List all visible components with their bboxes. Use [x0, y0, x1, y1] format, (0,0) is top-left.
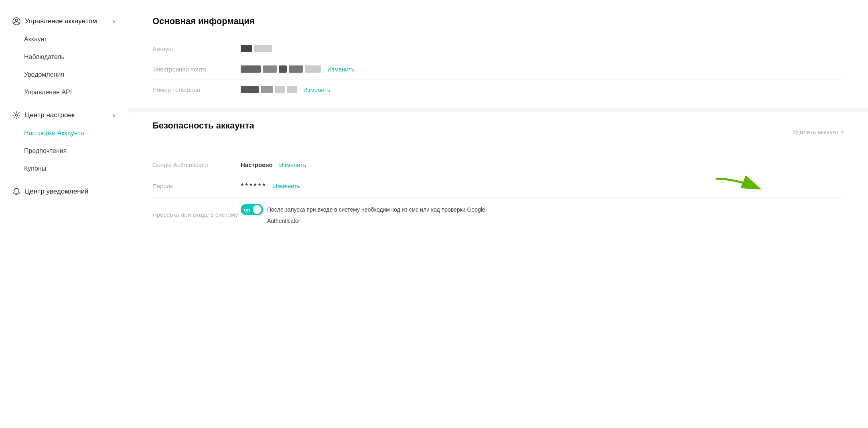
basic-info-section: Основная информация Аккаунт Электронная …: [152, 16, 844, 100]
sidebar-item-notifications[interactable]: Уведомления: [0, 66, 128, 84]
account-label: Аккаунт: [152, 45, 241, 52]
account-value: [241, 45, 844, 52]
settings-center-label: Центр настроек: [25, 111, 75, 119]
sidebar-notifications-center[interactable]: Центр уведомлений: [0, 182, 128, 201]
phone-label: Номер телефона: [152, 86, 241, 93]
blur-e1: [241, 65, 261, 73]
security-header-row: Безопасность аккаунта Удалить аккаунт >: [152, 120, 844, 143]
email-label: Электронная почта: [152, 66, 241, 73]
toggle-knob: [253, 205, 262, 214]
verification-value: on После запуска при входе в систему нео…: [241, 204, 844, 225]
blur-p2: [261, 86, 273, 93]
account-blur: [241, 45, 272, 52]
blur-block-1: [241, 45, 252, 52]
toggle-container: on После запуска при входе в систему нео…: [241, 204, 485, 215]
phone-blur: [241, 86, 297, 93]
google-auth-value-container: Настроено Изменить: [241, 161, 844, 168]
verification-description: После запуска при входе в систему необхо…: [267, 206, 485, 214]
password-dots: ******: [241, 181, 267, 191]
security-section: Безопасность аккаунта Удалить аккаунт > …: [152, 120, 844, 232]
blur-p3: [275, 86, 285, 93]
account-chevron: ∧: [112, 18, 116, 24]
blur-e3: [279, 65, 287, 73]
delete-account-link[interactable]: Удалить аккаунт >: [793, 128, 844, 135]
phone-change-link[interactable]: Изменить: [303, 86, 331, 93]
sidebar-item-api[interactable]: Управление API: [0, 84, 128, 101]
bell-icon: [12, 187, 21, 196]
sidebar-settings-center[interactable]: Центр настроек ∧: [0, 106, 128, 124]
svg-point-1: [15, 19, 18, 22]
blur-e2: [263, 65, 277, 73]
password-label: Пароль: [152, 183, 241, 190]
email-blur: [241, 65, 321, 73]
verification-description-2: Authenticator: [267, 218, 300, 224]
sidebar-item-account[interactable]: Аккаунт: [0, 31, 128, 48]
basic-info-title: Основная информация: [152, 16, 844, 26]
notifications-center-label: Центр уведомлений: [25, 188, 89, 196]
blur-block-2: [254, 45, 272, 52]
sidebar: Управление аккаунтом ∧ Аккаунт Наблюдате…: [0, 0, 128, 428]
google-auth-row: Google Authenticator Настроено Изменить: [152, 155, 844, 175]
password-value-container: ****** Изменить: [241, 181, 844, 191]
password-row: Пароль ****** Изменить: [152, 175, 844, 198]
blur-e4: [289, 65, 303, 73]
google-auth-label: Google Authenticator: [152, 161, 241, 168]
email-row: Электронная почта Изменить: [152, 59, 844, 79]
verification-value-inner: on После запуска при входе в систему нео…: [241, 204, 485, 225]
settings-icon: [12, 111, 21, 120]
sidebar-item-preferences[interactable]: Предпочтения: [0, 142, 128, 160]
verification-row: Проверка при входе в систему on После за…: [152, 198, 844, 232]
settings-chevron: ∧: [112, 112, 116, 118]
blur-e5: [305, 65, 321, 73]
email-value: Изменить: [241, 65, 844, 73]
google-auth-change-link[interactable]: Изменить: [279, 161, 306, 168]
blur-p4: [287, 86, 297, 93]
toggle-on-label: on: [241, 207, 250, 213]
verification-label: Проверка при входе в систему: [152, 211, 241, 218]
blur-p1: [241, 86, 259, 93]
account-row: Аккаунт: [152, 39, 844, 59]
main-content: Основная информация Аккаунт Электронная …: [128, 0, 868, 428]
sidebar-item-account-settings[interactable]: Настройки Аккаунта: [0, 124, 128, 142]
phone-row: Номер телефона Изменить: [152, 79, 844, 100]
account-management-label: Управление аккаунтом: [25, 17, 97, 25]
security-title: Безопасность аккаунта: [152, 120, 254, 131]
account-icon: [12, 17, 21, 26]
google-auth-status: Настроено: [241, 161, 273, 168]
svg-point-2: [16, 114, 18, 116]
sidebar-item-coupons[interactable]: Купоны: [0, 160, 128, 177]
section-divider: [128, 108, 868, 112]
phone-value: Изменить: [241, 86, 844, 93]
sidebar-account-management[interactable]: Управление аккаунтом ∧: [0, 12, 128, 31]
sidebar-item-observer[interactable]: Наблюдатель: [0, 48, 128, 66]
email-change-link[interactable]: Изменить: [327, 66, 355, 73]
verification-toggle[interactable]: on: [241, 204, 263, 215]
password-change-link[interactable]: Изменить: [273, 183, 300, 190]
